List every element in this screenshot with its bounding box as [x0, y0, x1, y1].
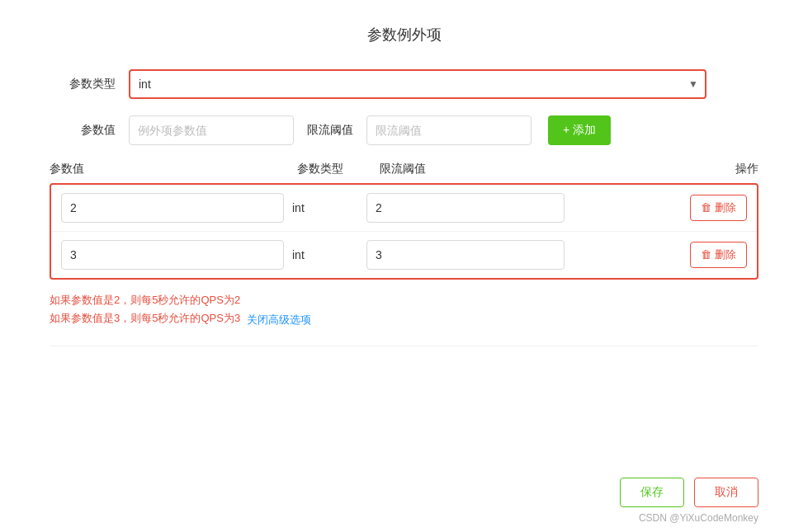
param-type-row: 参数类型 int long double String ▼: [50, 69, 758, 99]
row2-param-type: int: [292, 248, 366, 261]
info-line-2: 如果参数值是3，则每5秒允许的QPS为3: [50, 311, 240, 326]
param-value-row: 参数值 限流阈值 + 添加: [50, 115, 758, 145]
add-button[interactable]: + 添加: [548, 115, 611, 145]
cancel-button[interactable]: 取消: [694, 478, 758, 507]
table-row: int 🗑 删除: [51, 232, 757, 278]
watermark: CSDN @YiXuCodeMonkey: [639, 512, 758, 524]
col-header-param-type: 参数类型: [297, 162, 380, 177]
table-row: int 🗑 删除: [51, 185, 757, 232]
row1-param-value-input[interactable]: [61, 193, 284, 223]
row1-threshold-input[interactable]: [366, 193, 565, 223]
row1-action: 🗑 删除: [565, 195, 747, 221]
save-button[interactable]: 保存: [620, 478, 684, 507]
row1-delete-button[interactable]: 🗑 删除: [690, 195, 747, 221]
table-header: 参数值 参数类型 限流阈值 操作: [50, 162, 758, 177]
divider: [50, 346, 758, 346]
row2-action: 🗑 删除: [565, 242, 747, 268]
bottom-bar: 保存 取消: [620, 478, 758, 507]
row2-param-value-input[interactable]: [61, 240, 284, 270]
info-section: 如果参数值是2，则每5秒允许的QPS为2 如果参数值是3，则每5秒允许的QPS为…: [50, 293, 758, 329]
col-header-action: 操作: [594, 162, 758, 177]
col-header-threshold: 限流阈值: [380, 162, 594, 177]
param-type-label: 参数类型: [50, 77, 116, 92]
param-type-select[interactable]: int long double String: [129, 69, 706, 99]
close-advanced-link[interactable]: 关闭高级选项: [247, 313, 311, 327]
row2-delete-button[interactable]: 🗑 删除: [690, 242, 747, 268]
info-line-1: 如果参数值是2，则每5秒允许的QPS为2: [50, 293, 758, 308]
page-title: 参数例外项: [50, 25, 758, 45]
threshold-input[interactable]: [366, 115, 532, 145]
param-value-label: 参数值: [50, 123, 116, 138]
table-body: int 🗑 删除 int 🗑 删除: [50, 183, 758, 280]
param-value-input[interactable]: [129, 115, 294, 145]
row1-param-type: int: [292, 201, 366, 214]
col-header-param-val: 参数值: [50, 162, 297, 177]
threshold-label: 限流阈值: [307, 123, 353, 138]
param-type-select-wrapper: int long double String ▼: [129, 69, 706, 99]
row2-threshold-input[interactable]: [366, 240, 565, 270]
